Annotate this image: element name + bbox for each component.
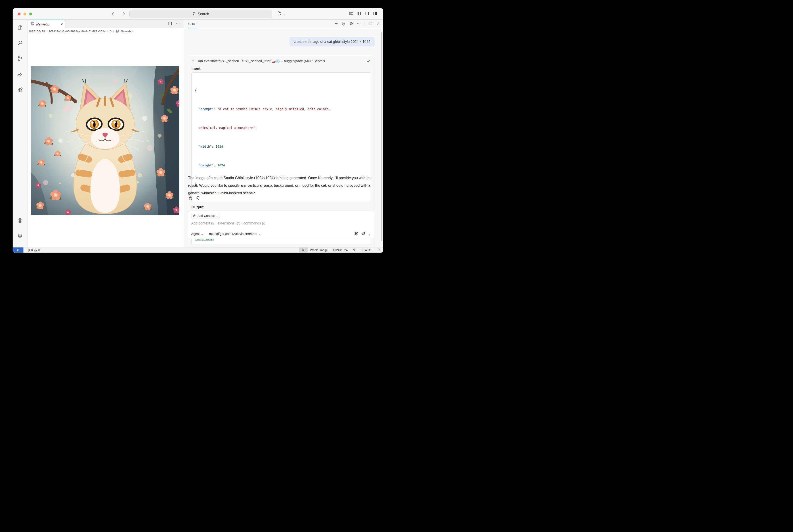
- forward-arrow-icon[interactable]: [121, 11, 126, 18]
- json-punct: :: [212, 145, 215, 148]
- remote-icon: [17, 248, 20, 252]
- configure-gear-icon[interactable]: [350, 22, 353, 26]
- chevron-down-icon: ⌄: [259, 232, 261, 235]
- tab-file-webp[interactable]: file.webp ✕: [27, 20, 65, 28]
- notifications-button[interactable]: [375, 247, 383, 253]
- history-icon[interactable]: [342, 22, 345, 26]
- source-control-icon[interactable]: [17, 55, 23, 62]
- status-bar: 0 0 Whole Image 1024x1024 52.40KB: [13, 247, 383, 253]
- breadcrumb-separator: ›: [107, 30, 108, 33]
- agent-mode-label: Agent: [191, 232, 200, 235]
- warning-icon: [34, 248, 37, 252]
- copilot-status-button[interactable]: [350, 247, 358, 253]
- accounts-icon[interactable]: [17, 217, 23, 224]
- file-size-status[interactable]: 52.40KB: [358, 247, 375, 253]
- model-dropdown[interactable]: openai/gpt-oss-120b via cerebras⌄: [209, 232, 261, 235]
- window-close-button[interactable]: [18, 13, 21, 15]
- tab-close-icon[interactable]: ✕: [60, 22, 63, 26]
- image-preview-canvas: [27, 34, 184, 247]
- image-file-icon: [31, 22, 34, 26]
- more-actions-icon[interactable]: [357, 22, 361, 26]
- file-size-label: 52.40KB: [361, 248, 372, 252]
- breadcrumb-segment[interactable]: bf3823e2-6a06-4928-ac96-1c7d483a3524: [49, 30, 106, 33]
- editor-group: file.webp ✕ 2885156c98 › bf3823e2-6a06-4…: [27, 20, 184, 247]
- error-count: 0: [31, 248, 33, 252]
- thumbs-up-icon[interactable]: [188, 196, 192, 201]
- problems-indicator[interactable]: 0 0: [26, 248, 40, 252]
- model-label: openai/gpt-oss-120b via cerebras: [209, 232, 257, 235]
- settings-gear-icon[interactable]: [17, 232, 23, 239]
- extensions-icon[interactable]: [17, 87, 23, 93]
- copilot-menu-button[interactable]: ⌄: [277, 11, 285, 17]
- traffic-lights: [18, 13, 32, 15]
- breadcrumb-separator: ›: [113, 30, 114, 33]
- close-panel-icon[interactable]: [376, 22, 380, 26]
- image-dimensions-label: 1024x1024: [333, 248, 347, 252]
- window-minimize-button[interactable]: [23, 13, 26, 15]
- json-brace: {: [195, 89, 196, 92]
- toggle-panel-icon[interactable]: [364, 11, 369, 17]
- agent-mode-dropdown[interactable]: Agent⌄: [191, 232, 203, 235]
- breadcrumb-separator: ›: [46, 30, 48, 33]
- vscode-window: Search ⌄: [13, 8, 383, 253]
- chevron-down-icon: ⌄: [201, 232, 203, 235]
- split-editor-icon[interactable]: [168, 21, 172, 26]
- image-file-icon: [116, 30, 119, 34]
- zoom-status-button[interactable]: [299, 247, 307, 253]
- json-number: 1024: [215, 145, 223, 148]
- new-chat-icon[interactable]: [334, 22, 338, 26]
- generated-cat-image: [31, 66, 180, 215]
- back-arrow-icon[interactable]: [111, 11, 116, 18]
- toggle-primary-sidebar-icon[interactable]: [357, 11, 361, 17]
- json-punct: :: [213, 107, 218, 111]
- add-context-label: Add Context...: [197, 214, 218, 217]
- thumbs-down-icon[interactable]: [196, 196, 201, 201]
- add-context-button[interactable]: Add Context...: [191, 213, 220, 218]
- send-icon[interactable]: [361, 231, 365, 236]
- tab-bar: file.webp ✕: [27, 20, 184, 28]
- breadcrumb-segment[interactable]: file.webp: [120, 30, 132, 33]
- tools-icon[interactable]: [354, 231, 358, 236]
- json-key-height: "height": [199, 164, 213, 167]
- customize-layout-icon[interactable]: [348, 11, 353, 17]
- image-dimensions-status[interactable]: 1024x1024: [330, 247, 350, 253]
- tab-label: file.webp: [36, 22, 59, 26]
- breadcrumb-segment[interactable]: 0: [110, 30, 112, 33]
- bell-icon: [377, 248, 381, 252]
- chat-input-box[interactable]: Add Context... Add context (#), extensio…: [188, 211, 374, 239]
- divider: [364, 22, 365, 26]
- search-sidebar-icon[interactable]: [17, 40, 23, 46]
- chat-tab[interactable]: CHAT: [188, 20, 197, 28]
- zoom-level-label: Whole Image: [310, 248, 328, 252]
- more-actions-icon[interactable]: [176, 21, 180, 26]
- copilot-robot-icon: [353, 248, 356, 252]
- user-message-bubble: create an image of a cat ghibli style 10…: [289, 37, 375, 46]
- breadcrumb-segment[interactable]: 2885156c98: [29, 30, 45, 33]
- json-string: "a cat in Studio Ghibli style, highly de…: [218, 107, 331, 111]
- chat-input-placeholder[interactable]: Add context (#), extensions (@), command…: [191, 221, 371, 225]
- workbench: file.webp ✕ 2885156c98 › bf3823e2-6a06-4…: [13, 20, 383, 247]
- toggle-secondary-sidebar-icon[interactable]: [373, 11, 377, 17]
- breadcrumb[interactable]: 2885156c98 › bf3823e2-6a06-4928-ac96-1c7…: [27, 28, 184, 34]
- search-label: Search: [198, 12, 209, 16]
- warning-count: 0: [38, 248, 40, 252]
- tool-call-title: Ran evalstate/flux1_schnell - flux1_schn…: [196, 59, 325, 63]
- remote-indicator[interactable]: [13, 247, 23, 253]
- window-zoom-button[interactable]: [29, 13, 32, 15]
- maximize-panel-icon[interactable]: [369, 22, 372, 26]
- copilot-sparkle-icon: [277, 11, 282, 17]
- input-section-label: Input: [191, 66, 371, 71]
- json-punct: ,: [223, 145, 225, 148]
- run-debug-icon[interactable]: [17, 71, 23, 77]
- command-center-search[interactable]: Search: [129, 10, 272, 18]
- chat-panel: CHAT create an image of a cat ghibli sty…: [184, 20, 383, 247]
- error-icon: [26, 248, 30, 252]
- titlebar: Search ⌄: [13, 8, 383, 20]
- zoom-level-status[interactable]: Whole Image: [307, 247, 331, 253]
- scrollbar-thumb[interactable]: [381, 32, 382, 241]
- paperclip-icon: [193, 214, 196, 217]
- explorer-icon[interactable]: [17, 24, 23, 31]
- chevron-down-icon: ⌄: [283, 13, 285, 16]
- json-string: whimsical, magical atmosphere",: [199, 126, 257, 130]
- tool-call-header[interactable]: Ran evalstate/flux1_schnell - flux1_schn…: [191, 58, 371, 63]
